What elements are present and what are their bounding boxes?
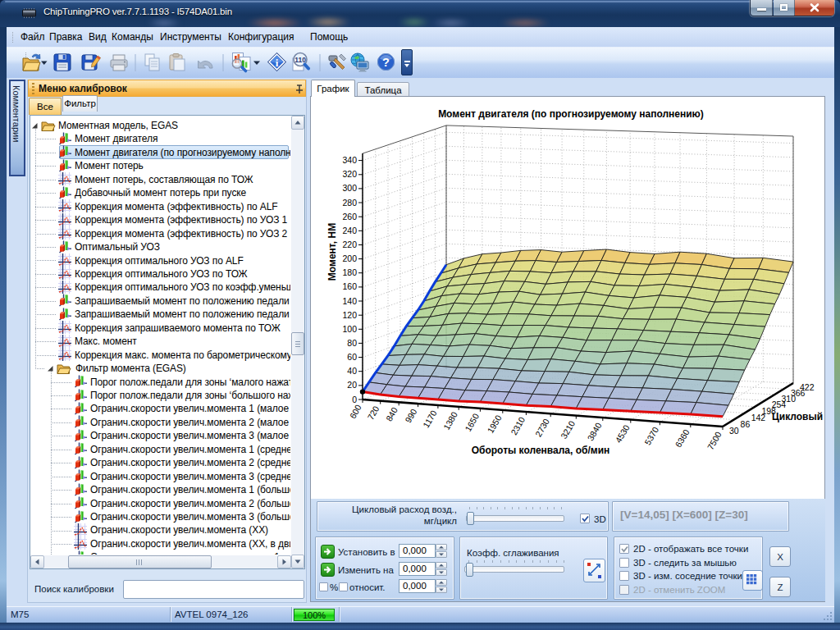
svg-text:i: i: [276, 57, 279, 69]
svg-text:100: 100: [342, 324, 357, 334]
svg-text:30: 30: [729, 426, 739, 436]
svg-text:120: 120: [342, 310, 357, 320]
svg-text:3210: 3210: [559, 418, 577, 440]
svg-text:1380: 1380: [441, 410, 459, 431]
svg-text:140: 140: [342, 296, 357, 306]
svg-text:320: 320: [342, 169, 357, 179]
svg-text:?: ?: [382, 56, 390, 69]
svg-text:260: 260: [342, 212, 357, 221]
svg-text:1170: 1170: [421, 409, 439, 430]
svg-text:2310: 2310: [509, 415, 527, 436]
svg-text:840: 840: [384, 405, 399, 422]
svg-text:200: 200: [342, 253, 357, 263]
svg-text:3840: 3840: [585, 421, 603, 442]
svg-text:600: 600: [348, 403, 363, 420]
svg-text:990: 990: [403, 407, 418, 424]
svg-text:40: 40: [347, 366, 357, 376]
svg-text:60: 60: [347, 352, 357, 362]
svg-text:300: 300: [342, 183, 357, 193]
svg-text:Цикловый ра: Цикловый ра: [772, 411, 825, 422]
svg-text:240: 240: [342, 226, 357, 235]
svg-text:180: 180: [342, 267, 357, 277]
svg-text:5370: 5370: [642, 425, 660, 446]
svg-text:1950: 1950: [485, 413, 503, 435]
svg-text:220: 220: [342, 240, 357, 249]
svg-text:7500: 7500: [705, 430, 724, 451]
svg-text:422: 422: [800, 382, 815, 392]
svg-text:Момент двигателя (по прогнозир: Момент двигателя (по прогнозируемому нап…: [438, 108, 704, 120]
svg-text:160: 160: [342, 281, 357, 291]
svg-text:80: 80: [347, 338, 357, 348]
svg-text:720: 720: [365, 404, 381, 421]
svg-text:Обороты коленвала, об/мин: Обороты коленвала, об/мин: [472, 445, 610, 456]
svg-text:0: 0: [352, 395, 357, 404]
svg-text:340: 340: [342, 155, 357, 165]
svg-text:4530: 4530: [613, 422, 631, 444]
svg-text:110: 110: [294, 56, 306, 64]
svg-text:280: 280: [342, 198, 357, 208]
svg-text:2730: 2730: [533, 417, 551, 438]
svg-text:86: 86: [741, 419, 751, 429]
svg-text:20: 20: [347, 380, 357, 390]
svg-text:Момент, НМ: Момент, НМ: [326, 223, 338, 281]
svg-text:6360: 6360: [673, 427, 691, 449]
svg-text:1650: 1650: [463, 412, 481, 433]
